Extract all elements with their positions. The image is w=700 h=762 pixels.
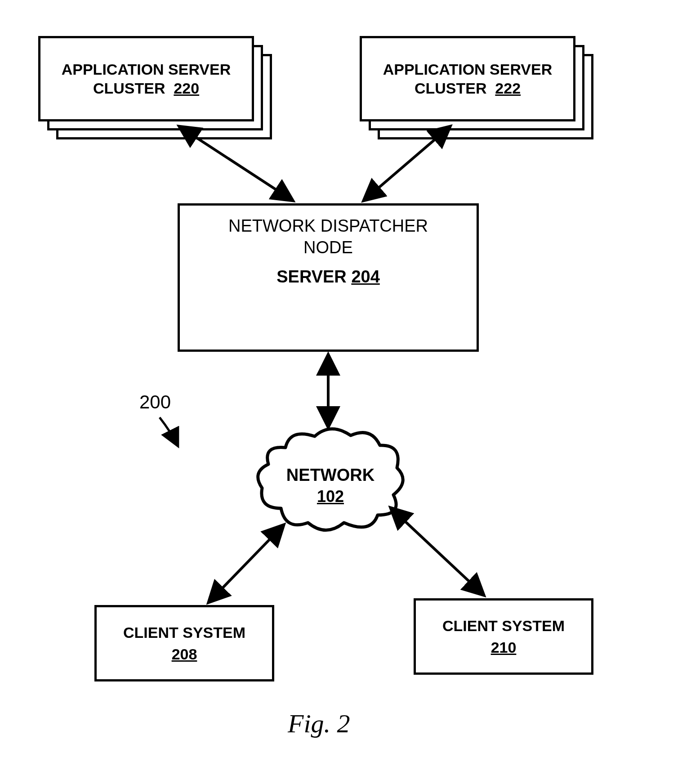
- dispatcher-title: NETWORK DISPATCHER NODE: [228, 215, 428, 258]
- app-server-cluster-right: APPLICATION SERVER CLUSTER 222: [360, 36, 593, 139]
- app-server-cluster-left: APPLICATION SERVER CLUSTER 220: [38, 36, 272, 139]
- client-system-right: CLIENT SYSTEM 210: [414, 598, 593, 675]
- network-cloud: NETWORK 102: [254, 423, 407, 540]
- cluster-left-text: APPLICATION SERVER CLUSTER 220: [62, 60, 231, 98]
- client-system-left: CLIENT SYSTEM 208: [94, 605, 274, 681]
- network-dispatcher-node: NETWORK DISPATCHER NODE SERVER 204: [178, 203, 479, 352]
- system-reference-number: 200: [139, 391, 171, 413]
- dispatcher-server-label: SERVER 204: [276, 266, 380, 288]
- cluster-right-text: APPLICATION SERVER CLUSTER 222: [383, 60, 553, 98]
- diagram-canvas: APPLICATION SERVER CLUSTER 220 APPLICATI…: [0, 0, 700, 762]
- network-label: NETWORK 102: [254, 464, 407, 507]
- figure-caption: Fig. 2: [288, 708, 350, 739]
